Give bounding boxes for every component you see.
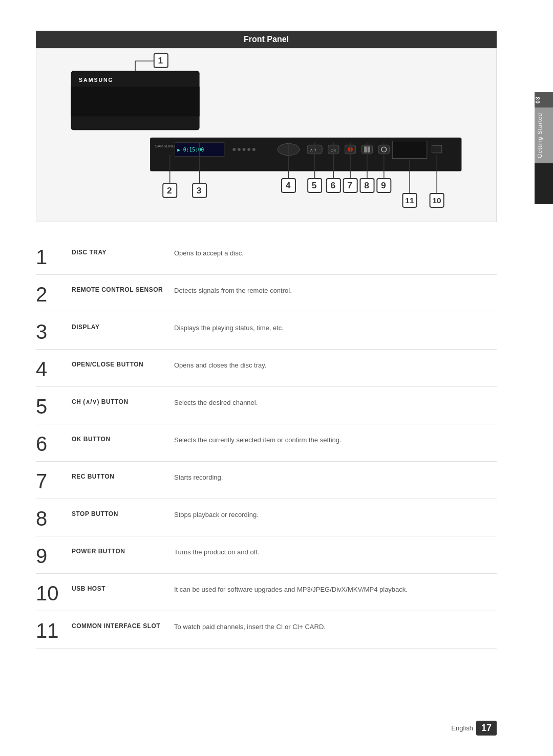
svg-rect-21 xyxy=(378,145,389,154)
item-row: 5CH (∧/∨) BUTTONSelects the desired chan… xyxy=(36,387,497,424)
svg-rect-24 xyxy=(432,145,441,153)
svg-rect-15 xyxy=(328,145,339,154)
svg-rect-57 xyxy=(430,193,444,207)
svg-point-10 xyxy=(247,148,250,151)
svg-text:11: 11 xyxy=(405,196,414,205)
svg-rect-2 xyxy=(71,87,200,116)
svg-text:1: 1 xyxy=(158,55,163,66)
svg-rect-45 xyxy=(344,179,357,192)
svg-text:8: 8 xyxy=(364,180,369,190)
item-description: To watch paid channels, insert the CI or… xyxy=(174,618,497,632)
svg-text:9: 9 xyxy=(381,180,386,190)
item-description: Stops playback or recording. xyxy=(174,506,497,520)
svg-rect-20 xyxy=(364,146,370,153)
svg-text:OK: OK xyxy=(331,148,337,153)
item-label: CH (∧/∨) BUTTON xyxy=(72,394,174,405)
svg-point-8 xyxy=(238,148,241,151)
diagram-area: SAMSUNG SAMSUNG ▶ 0:15:00 ∧∨ OK xyxy=(36,48,497,222)
item-row: 2REMOTE CONTROL SENSORDetects signals fr… xyxy=(36,275,497,312)
svg-rect-23 xyxy=(392,141,427,159)
side-tab-accent xyxy=(535,163,553,204)
svg-rect-54 xyxy=(403,193,417,207)
item-description: Opens to accept a disc. xyxy=(174,245,497,258)
item-label: REC BUTTON xyxy=(72,469,174,480)
svg-point-18 xyxy=(348,147,353,152)
item-number: 10 xyxy=(36,581,72,603)
svg-point-9 xyxy=(243,148,246,151)
svg-point-7 xyxy=(232,148,236,151)
item-description: Selects the desired channel. xyxy=(174,394,497,407)
svg-rect-3 xyxy=(150,138,461,171)
item-label: OK BUTTON xyxy=(72,431,174,443)
svg-rect-51 xyxy=(377,179,391,192)
item-row: 11COMMON INTERFACE SLOTTo watch paid cha… xyxy=(36,611,497,649)
svg-text:SAMSUNG: SAMSUNG xyxy=(79,77,114,83)
svg-rect-39 xyxy=(308,179,322,192)
item-label: DISPLAY xyxy=(72,319,174,331)
item-number: 3 xyxy=(36,319,72,342)
item-description: Detects signals from the remote control. xyxy=(174,282,497,295)
item-description: Selects the currently selected item or c… xyxy=(174,431,497,445)
svg-rect-17 xyxy=(345,145,356,154)
item-number: 9 xyxy=(36,544,72,566)
section-header: Front Panel xyxy=(36,31,497,48)
svg-text:SAMSUNG: SAMSUNG xyxy=(155,144,175,148)
svg-point-12 xyxy=(278,143,299,155)
footer-page-number: 17 xyxy=(476,721,497,736)
item-number: 11 xyxy=(36,618,72,641)
item-number: 8 xyxy=(36,506,72,529)
svg-text:6: 6 xyxy=(331,180,336,190)
item-number: 7 xyxy=(36,469,72,491)
svg-point-22 xyxy=(381,147,387,152)
svg-text:7: 7 xyxy=(347,180,352,190)
svg-text:4: 4 xyxy=(286,180,291,190)
item-description: Turns the product on and off. xyxy=(174,544,497,557)
svg-rect-13 xyxy=(307,145,322,154)
svg-rect-30 xyxy=(163,184,177,198)
svg-point-11 xyxy=(252,148,256,151)
svg-rect-48 xyxy=(360,179,374,192)
footer-language: English xyxy=(451,724,473,732)
svg-text:10: 10 xyxy=(432,196,441,205)
item-number: 6 xyxy=(36,431,72,454)
item-number: 1 xyxy=(36,245,72,267)
item-label: COMMON INTERFACE SLOT xyxy=(72,618,174,630)
item-row: 3DISPLAYDisplays the playing status, tim… xyxy=(36,312,497,350)
item-row: 6OK BUTTONSelects the currently selected… xyxy=(36,424,497,462)
svg-text:5: 5 xyxy=(312,180,317,190)
side-tab: 03 Getting Started xyxy=(535,92,553,204)
svg-rect-0 xyxy=(71,71,200,130)
item-description: Starts recording. xyxy=(174,469,497,482)
item-description: Displays the playing status, time, etc. xyxy=(174,319,497,333)
item-row: 1DISC TRAYOpens to accept a disc. xyxy=(36,237,497,275)
svg-rect-33 xyxy=(193,184,206,198)
item-row: 8STOP BUTTONStops playback or recording. xyxy=(36,499,497,536)
svg-text:3: 3 xyxy=(197,185,202,196)
diagram-svg: SAMSUNG SAMSUNG ▶ 0:15:00 ∧∨ OK xyxy=(36,49,496,222)
side-tab-label: Getting Started xyxy=(535,107,553,163)
item-description: It can be used for software upgrades and… xyxy=(174,581,497,594)
item-label: STOP BUTTON xyxy=(72,506,174,517)
item-row: 10USB HOSTIt can be used for software up… xyxy=(36,574,497,611)
svg-rect-19 xyxy=(361,145,372,154)
item-row: 9POWER BUTTONTurns the product on and of… xyxy=(36,536,497,574)
svg-rect-36 xyxy=(282,179,295,192)
item-label: DISC TRAY xyxy=(72,245,174,256)
item-row: 7REC BUTTONStarts recording. xyxy=(36,462,497,499)
svg-rect-27 xyxy=(154,54,168,68)
item-number: 5 xyxy=(36,394,72,417)
svg-rect-5 xyxy=(175,142,224,156)
svg-text:2: 2 xyxy=(167,185,172,196)
side-tab-number: 03 xyxy=(535,92,553,107)
item-label: REMOTE CONTROL SENSOR xyxy=(72,282,174,293)
item-description: Opens and closes the disc tray. xyxy=(174,357,497,370)
item-label: POWER BUTTON xyxy=(72,544,174,555)
items-list: 1DISC TRAYOpens to accept a disc.2REMOTE… xyxy=(36,237,497,649)
item-number: 2 xyxy=(36,282,72,305)
footer: English 17 xyxy=(451,721,497,736)
main-content: Front Panel SAMSUNG SAMSUNG ▶ 0:15:00 xyxy=(36,31,497,649)
svg-text:∧∨: ∧∨ xyxy=(310,147,317,153)
svg-rect-42 xyxy=(327,179,341,192)
item-label: OPEN/CLOSE BUTTON xyxy=(72,357,174,368)
item-label: USB HOST xyxy=(72,581,174,592)
